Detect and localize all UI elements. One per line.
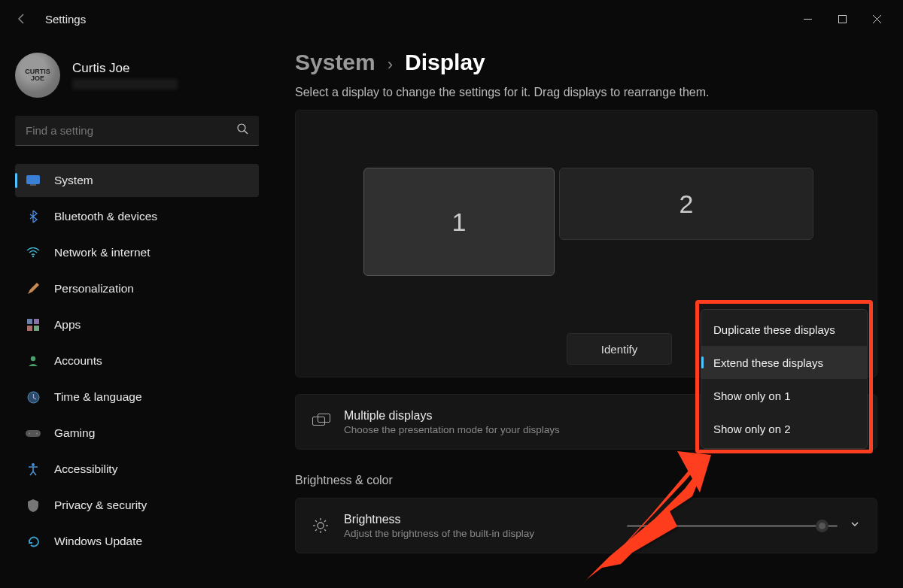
paintbrush-icon (26, 281, 41, 296)
svg-rect-13 (26, 430, 41, 437)
svg-point-16 (32, 463, 35, 466)
search-icon (237, 123, 248, 138)
globe-clock-icon (26, 389, 41, 405)
maximize-button[interactable] (825, 7, 859, 31)
breadcrumb: System › Display (295, 50, 877, 75)
svg-point-19 (318, 523, 324, 529)
nav: System Bluetooth & devices Network & int… (15, 164, 259, 558)
sidebar-item-gaming[interactable]: Gaming (15, 417, 259, 450)
title-bar: Settings (0, 0, 903, 38)
search-box[interactable] (15, 116, 259, 146)
svg-rect-8 (34, 319, 39, 324)
brightness-icon (312, 517, 329, 534)
shield-icon (26, 498, 41, 513)
brightness-row: Brightness Adjust the brightness of the … (295, 498, 877, 553)
setting-title: Multiple displays (344, 409, 560, 423)
close-button[interactable] (859, 7, 894, 31)
sidebar-item-label: Network & internet (54, 246, 150, 259)
user-email-redacted (72, 79, 178, 89)
svg-point-6 (32, 256, 34, 257)
page-title: Display (405, 50, 485, 75)
sidebar-item-label: Windows Update (54, 535, 142, 548)
sidebar-item-label: Apps (54, 318, 81, 332)
dropdown-item-show-only-2[interactable]: Show only on 2 (701, 412, 867, 445)
dropdown-item-duplicate[interactable]: Duplicate these displays (701, 313, 867, 346)
sidebar-item-label: Accounts (54, 354, 102, 368)
sidebar-item-label: Bluetooth & devices (54, 210, 157, 223)
back-button[interactable] (9, 6, 35, 32)
dropdown-item-show-only-1[interactable]: Show only on 1 (701, 379, 867, 412)
sidebar-item-label: Time & language (54, 390, 142, 404)
sidebar-item-network[interactable]: Network & internet (15, 236, 259, 269)
svg-point-14 (29, 432, 30, 434)
sidebar-item-apps[interactable]: Apps (15, 308, 259, 341)
sidebar-item-label: Accessibility (54, 462, 117, 476)
svg-rect-10 (34, 326, 39, 331)
display-2[interactable]: 2 (559, 168, 813, 240)
setting-description: Choose the presentation mode for your di… (344, 424, 560, 435)
sidebar-item-label: Privacy & security (54, 499, 147, 512)
sidebar-item-label: Gaming (54, 426, 95, 440)
identify-button[interactable]: Identify (567, 333, 672, 365)
display-mode-dropdown: Duplicate these displays Extend these di… (701, 309, 868, 449)
window-controls (790, 7, 894, 31)
breadcrumb-parent[interactable]: System (295, 50, 375, 75)
sidebar-item-privacy[interactable]: Privacy & security (15, 489, 259, 522)
svg-rect-17 (313, 417, 325, 426)
sidebar-item-personalization[interactable]: Personalization (15, 272, 259, 305)
bluetooth-icon (26, 209, 41, 224)
search-input[interactable] (26, 124, 237, 137)
sidebar-item-bluetooth[interactable]: Bluetooth & devices (15, 200, 259, 233)
svg-line-27 (315, 529, 317, 531)
setting-title: Brightness (344, 513, 534, 526)
svg-rect-5 (30, 184, 36, 186)
multiple-displays-icon (312, 414, 329, 430)
svg-line-24 (315, 520, 317, 522)
sidebar-item-label: System (54, 174, 93, 187)
avatar: CURTISJOE (15, 53, 60, 98)
sidebar-item-windows-update[interactable]: Windows Update (15, 525, 259, 558)
wifi-icon (26, 245, 41, 260)
app-title: Settings (45, 13, 86, 26)
gamepad-icon (26, 426, 41, 441)
svg-rect-18 (318, 414, 330, 423)
user-name: Curtis Joe (72, 61, 178, 76)
chevron-right-icon: › (388, 55, 393, 74)
chevron-down-icon[interactable] (850, 519, 860, 532)
sidebar-item-time-language[interactable]: Time & language (15, 380, 259, 414)
display-arrangement-panel: 1 2 Identify Duplicate these displays Ex… (295, 110, 877, 377)
sidebar-item-accessibility[interactable]: Accessibility (15, 453, 259, 486)
sidebar-item-system[interactable]: System (15, 164, 259, 197)
svg-line-26 (324, 520, 326, 522)
svg-point-15 (36, 432, 38, 434)
sidebar: CURTISJOE Curtis Joe System Bluetooth & … (0, 38, 271, 588)
setting-description: Adjust the brightness of the built-in di… (344, 528, 534, 539)
sidebar-item-label: Personalization (54, 282, 134, 296)
main-content: System › Display Select a display to cha… (271, 38, 903, 588)
sidebar-item-accounts[interactable]: Accounts (15, 344, 259, 377)
svg-rect-7 (27, 319, 32, 324)
svg-rect-4 (27, 176, 40, 184)
user-profile[interactable]: CURTISJOE Curtis Joe (15, 53, 259, 98)
update-icon (26, 534, 41, 549)
page-description: Select a display to change the settings … (295, 86, 877, 99)
person-icon (26, 353, 41, 368)
display-1[interactable]: 1 (363, 168, 555, 276)
svg-line-3 (245, 131, 248, 134)
slider-thumb[interactable] (816, 520, 829, 532)
minimize-button[interactable] (790, 7, 825, 31)
svg-line-25 (324, 529, 326, 531)
brightness-slider[interactable] (627, 525, 838, 527)
accessibility-icon (26, 462, 41, 477)
system-icon (26, 173, 41, 188)
apps-icon (26, 317, 41, 332)
svg-point-2 (238, 124, 245, 132)
section-header-brightness: Brightness & color (295, 474, 877, 487)
svg-rect-1 (838, 15, 846, 23)
svg-rect-9 (27, 326, 32, 331)
dropdown-item-extend[interactable]: Extend these displays (701, 346, 867, 379)
svg-point-11 (31, 356, 35, 361)
